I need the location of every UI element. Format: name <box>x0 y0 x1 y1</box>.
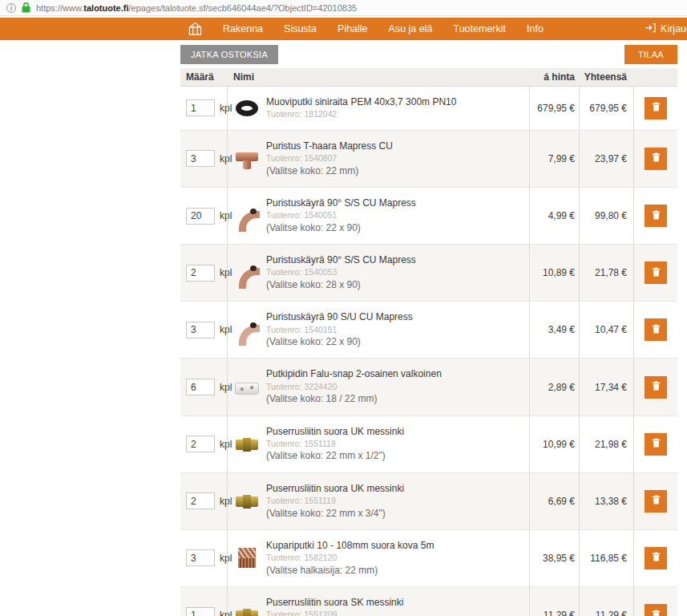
cart-row: kpl Muoviputki siniraita PEM 40x3,7 300m… <box>180 87 677 131</box>
row-total: 10,47 € <box>579 302 633 358</box>
product-name: Putkipidin Falu-snap 2-osainen valkoinen <box>266 368 442 380</box>
unit-price: 11,29 € <box>529 587 579 616</box>
product-image <box>235 261 259 285</box>
unit-price: 6,69 € <box>529 473 579 529</box>
product-name: Puserrusliitin suora UK messinki <box>266 426 404 438</box>
row-total: 21,98 € <box>579 416 633 472</box>
delete-button[interactable] <box>645 490 667 513</box>
quantity-input[interactable] <box>186 150 215 167</box>
trash-icon <box>651 152 661 165</box>
address-bar[interactable]: i https://www.talotuote.fi/epages/talotu… <box>0 0 687 16</box>
product-name: Puristuskäyrä 90 S/U CU Mapress <box>266 311 413 323</box>
trash-icon <box>651 494 661 508</box>
quantity-input[interactable] <box>186 607 215 616</box>
product-image <box>235 204 259 228</box>
row-total: 116,85 € <box>579 530 633 586</box>
quantity-input[interactable] <box>186 492 215 509</box>
page-info-icon[interactable]: i <box>6 3 16 13</box>
row-total: 679,95 € <box>579 87 633 130</box>
delete-button[interactable] <box>645 318 667 341</box>
cart-actions: JATKA OSTOKSIA TILAA <box>180 45 677 64</box>
login-link[interactable]: Kirjaud <box>645 18 687 40</box>
product-number: Tuotenro: 1812042 <box>266 109 456 120</box>
order-button[interactable]: TILAA <box>624 45 677 64</box>
cart-rows: kpl Muoviputki siniraita PEM 40x3,7 300m… <box>180 87 677 616</box>
unit-price: 4,99 € <box>529 188 579 244</box>
quantity-input[interactable] <box>186 265 215 282</box>
unit-price: 679,95 € <box>529 87 579 130</box>
trash-icon <box>651 551 661 565</box>
product-image <box>235 546 259 570</box>
product-option: (Valitse koko: 28 x 90) <box>266 279 416 291</box>
product-number: Tuotenro: 1540051 <box>266 210 416 221</box>
product-number: Tuotenro: 1551209 <box>266 610 403 616</box>
delete-button[interactable] <box>645 547 667 569</box>
delete-button[interactable] <box>645 376 667 399</box>
unit-price: 38,95 € <box>529 530 579 586</box>
product-name: Muoviputki siniraita PEM 40x3,7 300m PN1… <box>266 96 456 108</box>
quantity-input[interactable] <box>186 208 215 225</box>
product-option: (Valitse koko: 22 mm) <box>266 165 393 177</box>
trash-icon <box>651 380 661 394</box>
cart-row: kpl Puristus T-haara Mapress CU Tuotenro… <box>180 131 677 188</box>
delete-button[interactable] <box>645 97 667 120</box>
product-option: (Valitse koko: 18 / 22 mm) <box>266 393 442 405</box>
header-total: Yhteensä <box>579 68 633 86</box>
header-actions <box>633 74 677 80</box>
cart-row: kpl Puserrusliitin suora UK messinki Tuo… <box>180 473 677 530</box>
product-image <box>235 603 259 616</box>
delete-button[interactable] <box>645 148 667 170</box>
product-option: (Valitse koko: 22 x 90) <box>266 336 413 348</box>
nav-item-rakenna[interactable]: Rakenna <box>223 23 263 34</box>
trash-icon <box>651 609 661 616</box>
quantity-input[interactable] <box>186 322 215 338</box>
unit-price: 10,99 € <box>529 416 579 472</box>
cart-row: kpl Putkipidin Falu-snap 2-osainen valko… <box>180 359 677 415</box>
product-image <box>235 318 259 342</box>
quantity-input[interactable] <box>186 549 215 566</box>
quantity-input[interactable] <box>186 436 215 452</box>
product-number: Tuotenro: 3224420 <box>266 382 442 392</box>
quantity-input[interactable] <box>186 99 215 116</box>
product-option: (Valitse koko: 22 x 90) <box>266 222 416 234</box>
trash-icon <box>651 323 661 337</box>
unit-price: 7,99 € <box>529 131 579 187</box>
nav-item-info[interactable]: Info <box>527 23 544 34</box>
delete-button[interactable] <box>645 433 667 456</box>
nav-item-tuotemerkit[interactable]: Tuotemerkit <box>453 23 506 34</box>
product-number: Tuotenro: 1582120 <box>266 553 434 563</box>
login-label: Kirjaud <box>661 23 687 34</box>
row-total: 13,38 € <box>579 473 633 529</box>
row-total: 17,34 € <box>579 359 633 415</box>
product-image <box>235 489 259 513</box>
product-name: Puristuskäyrä 90° S/S CU Mapress <box>266 254 416 266</box>
login-icon <box>645 22 657 36</box>
cart-header: Määrä Nimi á hinta Yhteensä <box>180 68 677 87</box>
delete-button[interactable] <box>645 261 667 284</box>
product-number: Tuotenro: 1551119 <box>266 496 404 506</box>
header-name: Nimi <box>227 68 529 86</box>
delete-button[interactable] <box>645 604 667 616</box>
cart-row: kpl Kupariputki 10 - 108mm suora kova 5m… <box>180 530 677 587</box>
trash-icon <box>651 209 661 223</box>
product-option: (Valitse koko: 22 mm x 1/2") <box>266 450 404 462</box>
nav-item-sisusta[interactable]: Sisusta <box>284 23 317 34</box>
trash-icon <box>651 101 661 115</box>
unit-price: 2,89 € <box>529 359 579 415</box>
row-total: 23,97 € <box>579 131 633 187</box>
product-name: Puristus T-haara Mapress CU <box>266 140 393 152</box>
continue-shopping-button[interactable]: JATKA OSTOKSIA <box>180 45 278 64</box>
cart-row: kpl Puristuskäyrä 90° S/S CU Mapress Tuo… <box>180 188 677 245</box>
header-qty: Määrä <box>180 68 227 86</box>
nav-item-asu-ja-ela[interactable]: Asu ja elä <box>389 23 433 34</box>
delete-button[interactable] <box>645 205 667 227</box>
nav-item-pihalle[interactable]: Pihalle <box>337 23 368 34</box>
row-total: 99,80 € <box>579 188 633 244</box>
quantity-input[interactable] <box>186 379 215 395</box>
unit-price: 3,49 € <box>529 302 579 358</box>
product-number: Tuotenro: 1551118 <box>266 439 404 449</box>
product-option: (Valitse koko: 22 mm x 3/4") <box>266 508 404 520</box>
home-icon[interactable] <box>187 21 204 37</box>
secure-lock-icon[interactable] <box>22 2 30 13</box>
trash-icon <box>651 437 661 451</box>
